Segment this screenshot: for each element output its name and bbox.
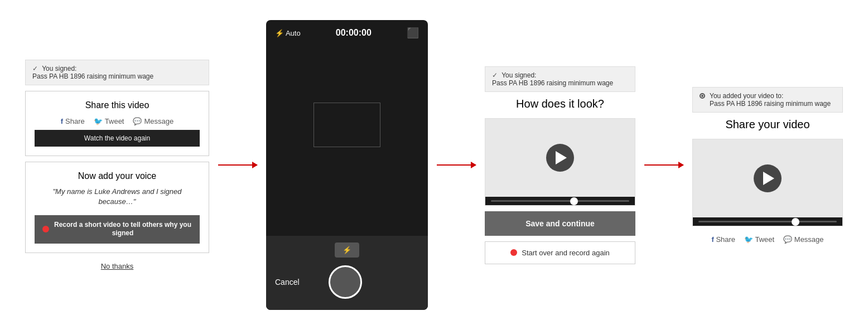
share-message-label: Message [144,117,173,125]
share-fb-item-step4[interactable]: f Share [711,235,735,244]
cancel-button[interactable]: Cancel [275,278,300,287]
arrow-line-1 [218,164,257,166]
record-dot-icon [42,226,49,232]
record-video-button[interactable]: Record a short video to tell others why … [35,215,200,244]
step4: You added your video to: Pass PA HB 1896… [692,87,843,244]
flash-icon: ⚡ [343,246,351,254]
watch-again-bar[interactable]: Watch the video again [35,130,200,147]
fb-icon: f [61,117,63,125]
no-thanks-link[interactable]: No thanks [25,262,209,270]
quote-text: "My name is Luke Andrews and I signed be… [35,187,200,207]
arrow-3 [635,164,692,166]
share-fb-item[interactable]: f Share [61,117,85,125]
share-video-title: Share this video [35,100,200,110]
signed-label-step3: You signed: [501,71,536,79]
play-triangle-icon-step4 [763,172,774,185]
share-message-item-step4[interactable]: 💬 Message [783,235,823,244]
watch-again-label: Watch the video again [84,134,150,142]
check-icon: ✓ [32,65,38,72]
signed-badge-step3: ✓ You signed: Pass PA HB 1896 raising mi… [485,66,635,92]
phone-bottom: ⚡ Cancel [266,236,428,310]
arrow-line-3 [644,164,683,166]
arrow-1 [209,164,266,166]
check-icon-step3: ✓ [492,71,498,79]
radio-icon [700,93,705,99]
share-message-item[interactable]: 💬 Message [133,117,173,125]
phone-timer: 00:00:00 [336,28,372,38]
share-fb-label-step4: Share [716,235,735,244]
arrow-line-2 [437,164,476,166]
flow-container: ✓ You signed: Pass PA HB 1896 raising mi… [0,9,868,321]
video-screen-step3 [485,119,635,197]
share-video-box: Share this video f Share 🐦 Tweet 💬 Messa… [25,91,209,156]
share-video-title-step4: Share your video [692,118,843,131]
video-preview-step3 [485,118,635,206]
flash-toggle-button[interactable]: ⚡ [335,242,359,258]
signed-badge-step1: ✓ You signed: Pass PA HB 1896 raising mi… [25,60,209,85]
play-triangle-icon [556,151,567,164]
progress-handle-step4[interactable] [792,218,799,226]
video-preview-step4 [692,139,843,226]
share-tweet-label-step4: Tweet [755,235,775,244]
fb-icon-step4: f [711,235,713,244]
save-continue-button[interactable]: Save and continue [485,211,635,236]
petition-text-step1: Pass PA HB 1896 raising minimum wage [32,72,202,80]
share-tweet-item-step4[interactable]: 🐦 Tweet [744,235,774,244]
share-tweet-label: Tweet [105,117,124,125]
signed-label-step1: You signed: [42,65,76,72]
progress-handle-step3[interactable] [570,197,578,205]
share-icons-step1: f Share 🐦 Tweet 💬 Message [35,117,200,125]
message-icon: 💬 [133,117,142,125]
phone-top-bar: ⚡ Auto 00:00:00 ⬛ [266,20,428,46]
start-over-label: Start over and record again [522,249,610,257]
start-over-button[interactable]: Start over and record again [485,241,635,264]
add-voice-title: Now add your voice [35,171,200,181]
add-voice-box: Now add your voice "My name is Luke Andr… [25,162,209,253]
record-circle-button[interactable] [329,265,362,299]
video-controls-bar-step3 [485,197,635,205]
phone-viewfinder [314,103,380,147]
twitter-icon: 🐦 [94,117,103,125]
video-controls-bar-step4 [693,217,842,226]
progress-track-step4[interactable] [698,221,837,222]
camera-switch-icon: ⬛ [407,27,419,39]
progress-track-step3[interactable] [491,200,629,202]
phone-camera-body [266,46,428,236]
share-icons-step4: f Share 🐦 Tweet 💬 Message [692,235,843,244]
you-added-badge: You added your video to: Pass PA HB 1896… [692,87,843,113]
arrow-2 [428,164,485,166]
petition-text-step3: Pass PA HB 1896 raising minimum wage [492,79,628,87]
flash-label: ⚡ Auto [275,29,301,37]
share-fb-label: Share [65,117,85,125]
play-button-step4[interactable] [754,164,782,192]
how-look-title: How does it look? [485,98,635,110]
step1: ✓ You signed: Pass PA HB 1896 raising mi… [25,60,209,270]
step3: ✓ You signed: Pass PA HB 1896 raising mi… [485,66,635,264]
record-btn-label: Record a short video to tell others why … [54,221,192,238]
video-screen-step4 [693,139,842,217]
added-label: You added your video to: [710,92,783,100]
phone-mockup: ⚡ Auto 00:00:00 ⬛ ⚡ Cancel [266,20,428,310]
start-over-dot-icon [510,249,517,256]
share-tweet-item[interactable]: 🐦 Tweet [94,117,124,125]
phone-controls: Cancel [275,265,419,299]
play-button-step3[interactable] [546,144,574,172]
share-message-label-step4: Message [794,235,824,244]
twitter-icon-step4: 🐦 [744,235,753,244]
message-icon-step4: 💬 [783,235,792,244]
petition-text-step4: Pass PA HB 1896 raising minimum wage [700,100,836,108]
